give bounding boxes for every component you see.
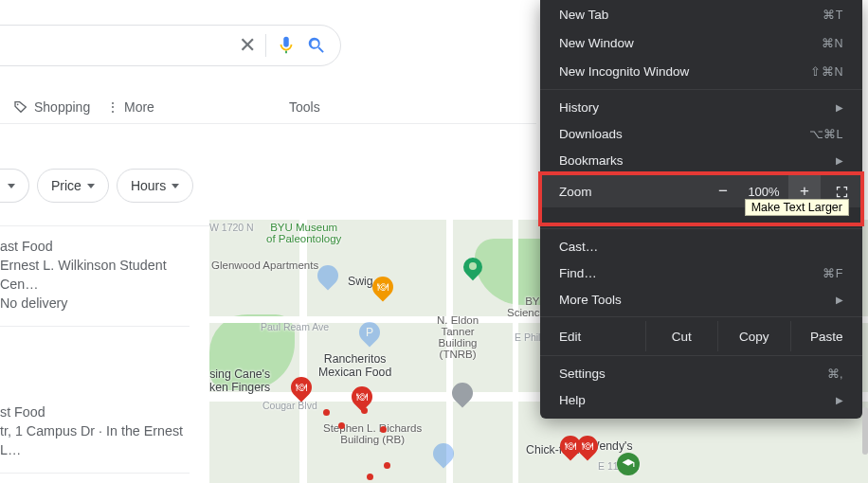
result-type: st Food [0,402,188,421]
chevron-down-icon [8,184,15,188]
search-icon[interactable] [306,35,327,56]
tab-more[interactable]: ⋮ More [106,99,154,115]
map-label: N. EldonTannerBuilding(TNRB) [437,314,479,360]
chevron-right-icon: ▶ [836,295,843,305]
menu-help[interactable]: Help▶ [540,386,862,413]
map-pin[interactable] [428,438,458,468]
search-tabs: Shopping ⋮ More Tools [0,90,536,124]
map-label: Glenwood Apartments [211,259,318,271]
result-type: ast Food [0,237,188,256]
shortcut: ⌘N [822,36,843,50]
chip-hours-label: Hours [131,178,166,193]
result-line: tr, 1 Campus Dr · In the Ernest L… [0,421,188,459]
menu-label: Bookmarks [559,153,624,168]
map-label: W 1720 N [209,222,254,233]
shortcut: ⇧⌘N [810,64,843,79]
zoom-percent: 100% [739,185,788,199]
tab-tools[interactable]: Tools [289,99,320,115]
menu-label: History [559,100,599,115]
menu-new-tab[interactable]: New Tab⌘T [540,0,862,28]
graduation-icon[interactable] [617,453,640,475]
map-label: BYU Museumof Paleontology [266,222,341,244]
chip-price[interactable]: Price [37,169,109,203]
menu-paste[interactable]: Paste [790,321,862,351]
map-label: sing Cane'sken Fingers [209,367,270,394]
map-dot[interactable] [323,409,330,416]
chip-price-label: Price [51,178,81,193]
map-label: Swig [348,275,373,288]
map-label: Cougar Blvd [262,400,317,411]
chevron-right-icon: ▶ [836,102,843,113]
map-dot[interactable] [361,407,368,414]
menu-edit-row: Edit Cut Copy Paste [540,321,862,351]
clear-icon[interactable]: ✕ [239,33,256,58]
shortcut: ⌘F [823,266,843,280]
result-item[interactable]: st Food tr, 1 Campus Dr · In the Ernest … [0,395,190,474]
menu-cast[interactable]: Cast… [540,233,862,259]
menu-copy[interactable]: Copy [717,321,789,351]
shortcut: ⌘T [823,8,843,22]
map-label: Paul Ream Ave [261,321,329,332]
menu-settings[interactable]: Settings⌘, [540,360,862,386]
menu-label: More Tools [559,293,622,307]
menu-cut[interactable]: Cut [645,321,717,351]
map-dot[interactable] [367,474,373,480]
result-line: Ernest L. Wilkinson Student Cen… [0,256,188,294]
menu-history[interactable]: History▶ [540,94,862,120]
kebab-icon: ⋮ [106,99,118,115]
menu-more-tools[interactable]: More Tools▶ [540,286,862,313]
shortcut: ⌥⌘L [809,127,843,141]
chevron-right-icon: ▶ [836,395,843,405]
tab-more-label: More [124,99,154,115]
tooltip-make-text-larger: Make Text Larger [745,199,849,216]
tab-tools-label: Tools [289,99,320,115]
menu-label: Downloads [559,127,623,141]
svg-point-0 [17,103,19,105]
menu-new-incognito[interactable]: New Incognito Window⇧⌘N [540,57,862,85]
zoom-out-button[interactable]: − [707,175,739,207]
menu-label: Zoom [559,185,707,199]
chevron-right-icon: ▶ [836,155,843,166]
menu-bookmarks[interactable]: Bookmarks▶ [540,147,862,173]
menu-label: New Incognito Window [559,64,689,79]
menu-label: New Window [559,36,634,50]
chevron-down-icon [87,184,95,188]
divider [265,34,266,57]
map-label: RancheritosMexican Food [318,352,391,379]
scrollbar[interactable] [862,407,868,455]
result-item[interactable]: ast Food Ernest L. Wilkinson Student Cen… [0,229,190,327]
menu-label: Cast… [559,240,598,254]
menu-label: Settings [559,367,606,381]
chip-truncated[interactable] [0,169,29,203]
tab-shopping[interactable]: Shopping [13,99,90,115]
result-line: No delivery [0,294,188,313]
chip-hours[interactable]: Hours [117,169,193,203]
mic-icon[interactable] [276,35,297,56]
shortcut: ⌘, [827,367,843,381]
chevron-down-icon [172,184,179,188]
menu-label: Find… [559,266,597,280]
menu-label: New Tab [559,8,608,22]
browser-menu: New Tab⌘T New Window⌘N New Incognito Win… [540,0,862,419]
menu-find[interactable]: Find…⌘F [540,259,862,286]
menu-edit-label: Edit [540,321,645,351]
tab-shopping-label: Shopping [34,99,90,115]
map-pin-park[interactable] [463,258,482,284]
map-dot[interactable] [384,462,390,469]
search-box[interactable]: ✕ [0,25,341,66]
menu-new-window[interactable]: New Window⌘N [540,28,862,57]
menu-downloads[interactable]: Downloads⌥⌘L [540,120,862,147]
map-dot[interactable] [380,426,387,433]
menu-label: Help [559,393,586,407]
map-dot[interactable] [338,422,345,429]
fullscreen-icon[interactable] [821,185,862,199]
